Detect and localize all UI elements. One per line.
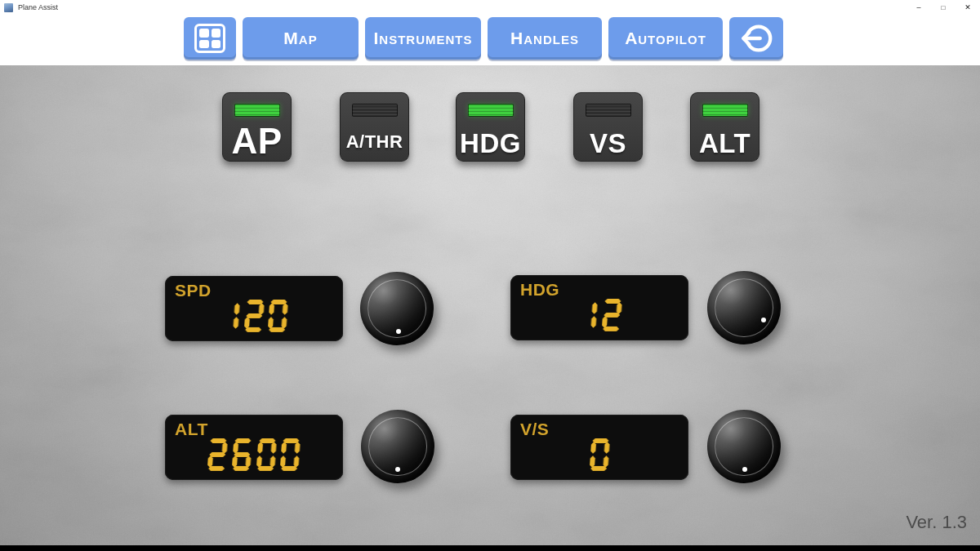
window-title: Plane Assist bbox=[18, 3, 58, 11]
ap-mode-label: AP bbox=[231, 123, 282, 161]
vs-display-panel: V/S bbox=[510, 415, 688, 480]
logout-icon bbox=[737, 20, 775, 57]
tab-map[interactable]: Map bbox=[243, 17, 359, 60]
vs-knob[interactable] bbox=[707, 410, 781, 483]
bottom-letterbox-bar bbox=[0, 545, 980, 551]
tab-autopilot[interactable]: Autopilot bbox=[608, 17, 723, 60]
athr-lamp-indicator bbox=[352, 104, 398, 117]
hdg-display-value bbox=[510, 299, 688, 331]
tab-handles[interactable]: Handles bbox=[488, 17, 602, 60]
alt-lamp-indicator bbox=[702, 104, 748, 117]
alt-mode-button[interactable]: ALT bbox=[690, 92, 760, 162]
top-navbar: Map Instruments Handles Autopilot bbox=[0, 15, 980, 65]
alt-knob[interactable] bbox=[361, 410, 434, 483]
ap-mode-button[interactable]: AP bbox=[222, 92, 292, 162]
autopilot-page: AP A/THR HDG VS ALT SPD HDG bbox=[0, 65, 980, 545]
hdg-display-panel: HDG bbox=[510, 275, 688, 340]
vs-mode-button[interactable]: VS bbox=[573, 92, 643, 162]
version-label: Ver. 1.3 bbox=[906, 512, 967, 533]
hdg-mode-button[interactable]: HDG bbox=[456, 92, 525, 162]
spd-display-panel: SPD bbox=[165, 276, 343, 341]
tab-autopilot-label: Autopilot bbox=[625, 29, 706, 48]
spd-display-value bbox=[165, 300, 343, 332]
spd-display-label: SPD bbox=[175, 281, 212, 300]
grid-menu-icon bbox=[194, 24, 225, 53]
tab-instruments-label: Instruments bbox=[374, 29, 473, 48]
minimize-icon[interactable]: – bbox=[906, 0, 931, 15]
alt-display-label: ALT bbox=[175, 420, 208, 439]
spd-knob[interactable] bbox=[360, 272, 434, 345]
maximize-icon[interactable]: □ bbox=[931, 0, 956, 15]
hdg-display-label: HDG bbox=[520, 280, 559, 300]
athr-mode-label: A/THR bbox=[346, 133, 403, 161]
alt-mode-label: ALT bbox=[699, 130, 751, 161]
hdg-mode-label: HDG bbox=[460, 130, 521, 161]
athr-mode-button[interactable]: A/THR bbox=[340, 92, 409, 162]
vs-lamp-indicator bbox=[586, 104, 631, 117]
window-titlebar: Plane Assist – □ ✕ bbox=[0, 0, 980, 15]
exit-button[interactable] bbox=[729, 17, 783, 60]
alt-display-panel: ALT bbox=[165, 415, 343, 480]
tab-instruments[interactable]: Instruments bbox=[365, 17, 481, 60]
tab-map-label: Map bbox=[283, 29, 317, 48]
ap-lamp-indicator bbox=[234, 104, 280, 117]
hdg-knob[interactable] bbox=[707, 271, 781, 344]
tab-handles-label: Handles bbox=[510, 29, 579, 48]
window-controls: – □ ✕ bbox=[906, 0, 980, 15]
app-icon bbox=[4, 3, 13, 12]
app-window: Plane Assist – □ ✕ Map Instruments Handl… bbox=[0, 0, 980, 551]
close-icon[interactable]: ✕ bbox=[956, 0, 980, 15]
vs-display-label: V/S bbox=[520, 420, 549, 439]
vs-mode-label: VS bbox=[590, 130, 626, 161]
hdg-lamp-indicator bbox=[468, 104, 514, 117]
alt-display-value bbox=[165, 438, 343, 471]
vs-display-value bbox=[510, 438, 688, 471]
menu-button[interactable] bbox=[184, 17, 236, 60]
